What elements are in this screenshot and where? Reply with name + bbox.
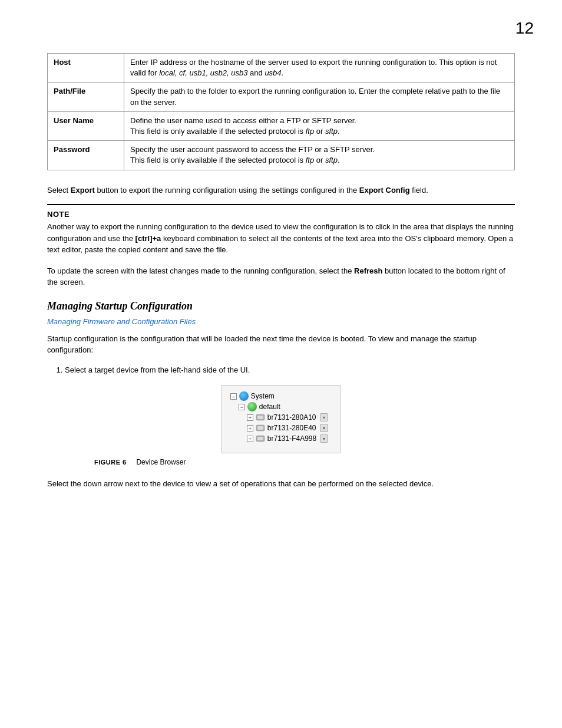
svg-rect-3 (257, 426, 263, 430)
device-3-icon (256, 434, 265, 443)
page-number: 12 (515, 19, 534, 38)
table-cell-label: Password (48, 141, 124, 170)
table-cell-desc: Specify the path to the folder to export… (124, 83, 515, 111)
section-heading: Managing Startup Configuration (47, 300, 515, 312)
table-row-username: User Name Define the user name used to a… (48, 111, 515, 140)
svg-rect-1 (257, 416, 263, 419)
after-figure-text: Select the down arrow next to the device… (47, 478, 515, 490)
tree-system-row: − System (230, 391, 328, 401)
collapse-default-icon: − (239, 404, 245, 410)
device-2-label: br7131-280E40 (267, 424, 316, 432)
device-2-dropdown[interactable]: ▾ (320, 424, 328, 432)
tree-device-1-row: + br7131-280A10 ▾ (247, 413, 328, 422)
expand-d1-icon: + (247, 414, 253, 421)
export-description: Select Export button to export the runni… (47, 185, 515, 196)
tree-device-2-row: + br7131-280E40 ▾ (247, 423, 328, 433)
note-label: NOTE (47, 210, 515, 219)
note-text: Another way to export the running config… (47, 221, 515, 256)
device-1-label: br7131-280A10 (267, 413, 316, 421)
table-cell-desc: Specify the user account password to acc… (124, 141, 515, 170)
steps-list: Select a target device from the left-han… (65, 364, 515, 376)
tree-default-row: − default (239, 402, 328, 411)
default-globe-icon (247, 402, 257, 411)
figure-container: − System − default + br7131-280A10 (47, 385, 515, 466)
section-intro: Startup configuration is the configurati… (47, 333, 515, 356)
note-section: NOTE Another way to export the running c… (47, 204, 515, 256)
table-row-pathfile: Path/File Specify the path to the folder… (48, 83, 515, 111)
figure-label: FIGURE 6 (94, 459, 127, 466)
table-cell-label: Host (48, 54, 124, 83)
table-row-host: Host Enter IP address or the hostname of… (48, 54, 515, 83)
device-3-dropdown[interactable]: ▾ (320, 434, 328, 443)
breadcrumb-link[interactable]: Managing Firmware and Configuration File… (47, 317, 515, 326)
config-table: Host Enter IP address or the hostname of… (47, 53, 515, 170)
expand-d2-icon: + (247, 425, 253, 431)
list-item: Select a target device from the left-han… (65, 364, 515, 376)
tree-device-3-row: + br7131-F4A998 ▾ (247, 434, 328, 443)
figure-caption: FIGURE 6 Device Browser (47, 458, 515, 466)
table-row-password: Password Specify the user account passwo… (48, 141, 515, 170)
device-2-icon (256, 423, 265, 433)
default-label: default (259, 403, 280, 411)
svg-rect-5 (257, 437, 263, 440)
collapse-icon: − (230, 393, 237, 400)
device-3-label: br7131-F4A998 (267, 434, 316, 443)
system-globe-icon (239, 391, 249, 401)
system-label: System (251, 392, 275, 400)
table-cell-desc: Enter IP address or the hostname of the … (124, 54, 515, 83)
device-1-dropdown[interactable]: ▾ (320, 413, 328, 421)
device-browser: − System − default + br7131-280A10 (222, 385, 340, 453)
figure-caption-text: Device Browser (136, 458, 186, 466)
expand-d3-icon: + (247, 436, 253, 442)
table-cell-label: User Name (48, 111, 124, 140)
device-1-icon (256, 413, 265, 422)
refresh-description: To update the screen with the latest cha… (47, 265, 515, 288)
table-cell-desc: Define the user name used to access eith… (124, 111, 515, 140)
table-cell-label: Path/File (48, 83, 124, 111)
